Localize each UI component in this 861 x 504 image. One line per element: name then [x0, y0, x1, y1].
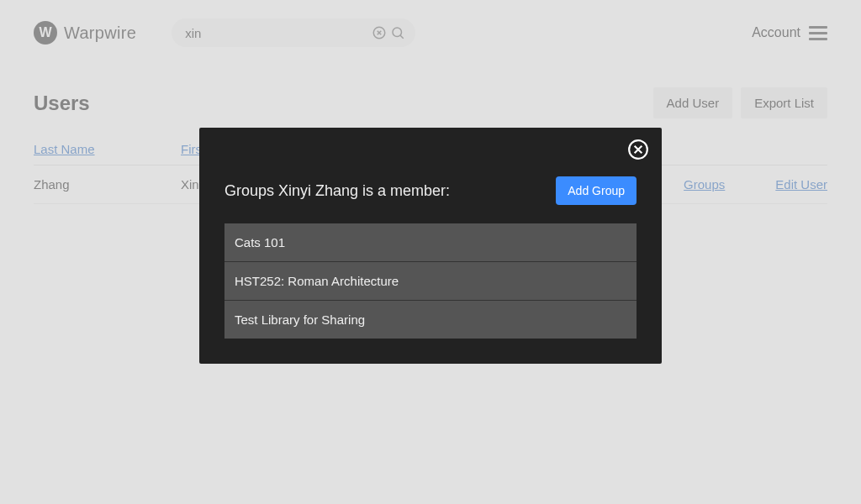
groups-modal: Groups Xinyi Zhang is a member: Add Grou…	[199, 128, 662, 364]
modal-overlay[interactable]: Groups Xinyi Zhang is a member: Add Grou…	[0, 0, 861, 504]
page-root: W Warpwire Account Us	[0, 0, 861, 504]
add-group-button[interactable]: Add Group	[556, 176, 637, 205]
group-item[interactable]: Cats 101	[224, 223, 637, 262]
modal-title: Groups Xinyi Zhang is a member:	[224, 182, 450, 200]
group-item[interactable]: HST252: Roman Architecture	[224, 262, 637, 301]
group-list: Cats 101 HST252: Roman Architecture Test…	[199, 220, 662, 339]
close-modal-button[interactable]	[626, 138, 650, 161]
modal-header: Groups Xinyi Zhang is a member: Add Grou…	[199, 139, 662, 220]
group-item[interactable]: Test Library for Sharing	[224, 301, 637, 339]
